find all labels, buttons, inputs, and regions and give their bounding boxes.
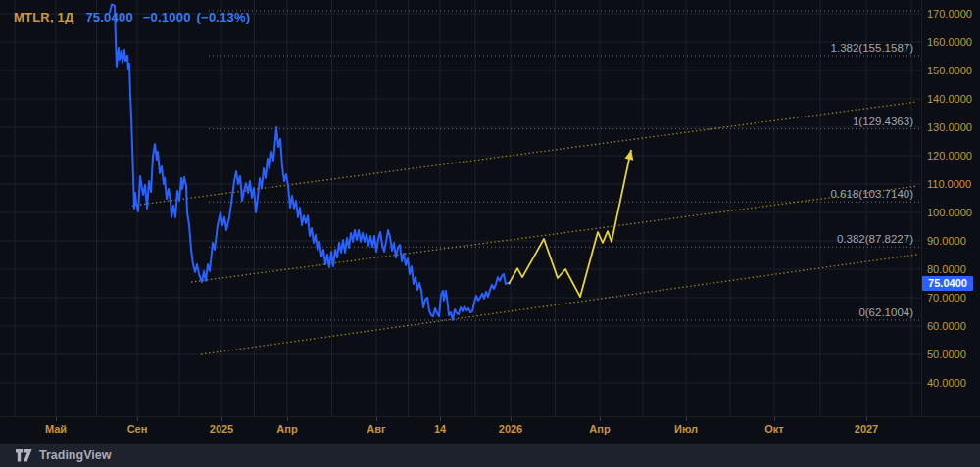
- price-tick-label: 50.0000: [927, 349, 966, 360]
- last-price-value: 75.0400: [85, 10, 132, 24]
- tradingview-brand-text: TradingView: [39, 448, 111, 462]
- fib-level-label-0: 0(62.1004): [858, 306, 913, 318]
- time-tick-label: Окт: [764, 423, 783, 435]
- price-chart-svg: 1.382(155.1587)1(129.4363)0.618(103.7140…: [0, 0, 921, 416]
- price-tick-label: 80.0000: [927, 263, 966, 275]
- time-tick-label: 2025: [210, 423, 233, 435]
- symbol-name[interactable]: MTLR, 1Д: [14, 10, 74, 24]
- price-line-series[interactable]: [110, 4, 510, 320]
- price-tick-label: 170.0000: [927, 8, 972, 20]
- price-tick-label: 140.0000: [927, 93, 972, 105]
- time-tick-label: Июл: [674, 423, 698, 435]
- price-tick-label: 150.0000: [927, 65, 972, 76]
- time-axis[interactable]: МайСен2025АпрАвг142026АпрИюлОкт2027: [0, 416, 980, 444]
- symbol-legend[interactable]: MTLR, 1Д75.0400−0.1000(−0.13%): [14, 10, 250, 24]
- time-tick-mark: [221, 417, 222, 421]
- bottom-bar: TradingView: [0, 444, 980, 467]
- time-tick-label: Май: [45, 423, 67, 435]
- price-axis[interactable]: 75.0400 170.0000160.0000150.0000140.0000…: [921, 0, 980, 416]
- tradingview-logo[interactable]: TradingView: [16, 448, 111, 462]
- fib-level-label-1.382: 1.382(155.1587): [831, 42, 914, 54]
- trading-chart-window: 1.382(155.1587)1(129.4363)0.618(103.7140…: [0, 0, 980, 467]
- time-tick-label: Авг: [367, 423, 385, 435]
- price-tick-label: 60.0000: [927, 320, 966, 332]
- price-tick-label: 110.0000: [927, 178, 971, 190]
- time-tick-label: Сен: [127, 423, 148, 435]
- time-tick-mark: [376, 417, 377, 421]
- time-tick-mark: [600, 417, 601, 421]
- fib-level-label-1: 1(129.4363): [853, 116, 913, 127]
- time-tick-mark: [511, 417, 512, 421]
- price-change-value: −0.1000: [143, 10, 191, 24]
- time-tick-mark: [56, 417, 57, 421]
- price-tick-label: 90.0000: [927, 235, 966, 247]
- current-price-badge[interactable]: 75.0400: [922, 276, 973, 291]
- time-tick-label: Апр: [276, 423, 297, 435]
- time-tick-label: Апр: [589, 423, 610, 435]
- time-tick-label: 2026: [499, 423, 522, 435]
- fib-level-label-0.618: 0.618(103.7140): [831, 188, 914, 200]
- price-tick-label: 70.0000: [927, 292, 966, 304]
- projection-line[interactable]: [509, 150, 631, 297]
- time-tick-label: 14: [434, 423, 446, 435]
- time-tick-label: 2027: [855, 423, 878, 435]
- projection-arrowhead: [625, 150, 634, 161]
- time-tick-mark: [866, 417, 867, 421]
- price-tick-label: 100.0000: [927, 207, 972, 218]
- price-tick-label: 120.0000: [927, 150, 972, 162]
- price-change-percent: (−0.13%): [197, 10, 251, 24]
- price-tick-label: 130.0000: [927, 121, 972, 133]
- time-tick-mark: [137, 417, 138, 421]
- chart-canvas[interactable]: 1.382(155.1587)1(129.4363)0.618(103.7140…: [0, 0, 921, 416]
- time-tick-mark: [440, 417, 441, 421]
- time-tick-mark: [686, 417, 687, 421]
- price-tick-label: 160.0000: [927, 36, 972, 48]
- fib-level-label-0.382: 0.382(87.8227): [837, 233, 913, 245]
- price-tick-label: 40.0000: [927, 377, 966, 389]
- time-tick-mark: [774, 417, 775, 421]
- tradingview-logo-icon: [16, 449, 32, 462]
- time-tick-mark: [287, 417, 288, 421]
